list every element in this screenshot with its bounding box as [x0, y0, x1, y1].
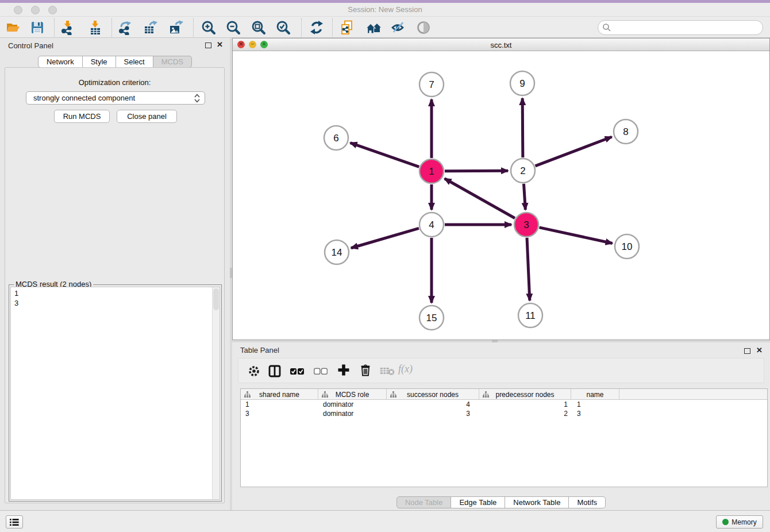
edge-2-to-8[interactable] [536, 137, 612, 166]
result-scrollbar[interactable] [212, 287, 220, 499]
hide-graphics-details-icon[interactable] [390, 20, 405, 35]
table-panel-title: Table Panel [240, 346, 279, 354]
status-bar: Memory [0, 510, 770, 532]
column-header-MCDS-role[interactable]: MCDS role [318, 389, 387, 400]
delete-trash-icon[interactable] [359, 364, 372, 379]
column-header-shared-name[interactable]: shared name [241, 389, 318, 400]
column-header-label: predecessor nodes [495, 391, 554, 399]
network-window-titlebar[interactable]: ✕ − + scc.txt [233, 38, 769, 51]
float-panel-icon[interactable] [205, 43, 211, 48]
zoom-fit-icon[interactable] [251, 20, 266, 35]
control-panel: Control Panel ✕ NetworkStyleSelectMCDS O… [0, 38, 230, 510]
memory-status-icon [722, 519, 729, 525]
hierarchy-icon [390, 391, 396, 399]
export-image-icon[interactable] [168, 20, 183, 35]
table-panel-tabs: Node TableEdge TableNetwork TableMotifs [232, 496, 770, 508]
save-session-icon[interactable] [30, 20, 45, 35]
column-header-predecessor-nodes[interactable]: predecessor nodes [479, 389, 571, 400]
zoom-selected-icon[interactable] [276, 20, 291, 35]
column-header-successor-nodes[interactable]: successor nodes [387, 389, 479, 400]
task-history-button[interactable] [6, 515, 23, 529]
network-canvas[interactable]: 7968124314101511 [233, 51, 769, 340]
import-network-icon[interactable] [60, 20, 75, 35]
result-scrollbar-thumb[interactable] [213, 288, 219, 310]
main-toolbar [0, 17, 770, 38]
graph-node-label-11: 11 [525, 310, 536, 321]
optimization-criterion-select[interactable]: strongly connected component [26, 91, 205, 105]
refresh-icon[interactable] [309, 20, 324, 35]
zoom-out-icon[interactable] [226, 20, 241, 35]
column-header-filler [619, 389, 767, 400]
table-row[interactable]: 3dominator323 [241, 409, 767, 418]
show-eye-icon[interactable] [416, 20, 431, 35]
graph-node-label-3: 3 [523, 219, 529, 230]
open-session-icon[interactable] [6, 20, 21, 35]
node-table-header: shared nameMCDS rolesuccessor nodesprede… [241, 389, 767, 400]
column-header-name[interactable]: name [571, 389, 619, 400]
toolbar-separator [54, 18, 55, 37]
zoom-in-icon[interactable] [201, 20, 216, 35]
mcds-result-line: 1 [14, 288, 18, 298]
deselect-all-checkboxes-icon[interactable] [314, 367, 328, 377]
graph-node-label-1: 1 [429, 166, 434, 177]
table-panel: Table Panel ✕ f(x) [232, 342, 770, 510]
tab-motifs[interactable]: Motifs [569, 496, 606, 508]
edge-3-to-10[interactable] [539, 228, 612, 244]
table-cell: 2 [479, 409, 571, 418]
table-cell: 1 [241, 400, 318, 409]
tab-style[interactable]: Style [83, 56, 116, 68]
tab-network-table[interactable]: Network Table [505, 496, 569, 508]
function-builder-icon[interactable]: f(x) [398, 363, 413, 375]
graph-node-label-8: 8 [623, 126, 628, 137]
table-cell: 3 [387, 409, 479, 418]
edge-3-to-11[interactable] [527, 238, 530, 300]
column-header-label: shared name [259, 391, 299, 399]
select-all-checkboxes-icon[interactable] [290, 367, 304, 377]
tab-network[interactable]: Network [38, 56, 83, 68]
close-panel-button[interactable]: Close panel [117, 110, 177, 123]
edge-4-to-14[interactable] [351, 228, 419, 248]
hierarchy-icon [322, 391, 328, 399]
split-view-icon[interactable] [268, 365, 281, 380]
network-from-file-icon[interactable] [340, 20, 355, 35]
mcds-result-box: MCDS result (2 nodes) 13 [9, 284, 222, 502]
home-icon[interactable] [365, 20, 380, 35]
mcds-result-area[interactable]: 13 [10, 287, 220, 500]
edge-1-to-2[interactable] [445, 171, 508, 171]
edge-2-to-3[interactable] [523, 184, 525, 210]
search-input[interactable] [598, 20, 763, 35]
float-table-panel-icon[interactable] [744, 348, 750, 354]
delete-table-icon[interactable] [380, 367, 395, 378]
tab-node-table[interactable]: Node Table [396, 496, 452, 508]
tab-mcds[interactable]: MCDS [153, 56, 192, 68]
edge-3-to-1[interactable] [445, 179, 515, 218]
export-network-icon[interactable] [118, 20, 133, 35]
close-panel-icon[interactable]: ✕ [217, 40, 223, 49]
table-cell: 3 [571, 409, 619, 418]
graph-node-label-14: 14 [332, 247, 342, 258]
table-cell: 3 [241, 409, 318, 418]
graph-node-label-10: 10 [622, 241, 633, 252]
export-table-icon[interactable] [143, 20, 158, 35]
import-table-icon[interactable] [87, 20, 102, 35]
tab-select[interactable]: Select [116, 56, 153, 68]
column-header-label: MCDS role [336, 391, 369, 399]
edge-2-to-9[interactable] [522, 98, 523, 157]
edge-1-to-6[interactable] [351, 143, 419, 167]
close-table-panel-icon[interactable]: ✕ [756, 346, 763, 354]
hierarchy-icon [483, 391, 489, 399]
settings-gear-icon[interactable] [248, 365, 260, 380]
titlebar: Session: New Session [0, 3, 770, 17]
optimization-criterion-label: Optimization criterion: [5, 78, 224, 87]
window-title: Session: New Session [0, 5, 770, 14]
table-row[interactable]: 1dominator411 [241, 400, 767, 409]
mcds-result-lines: 13 [14, 288, 18, 308]
optimization-criterion-value: strongly connected component [33, 94, 135, 102]
memory-button[interactable]: Memory [716, 515, 763, 529]
run-mcds-button[interactable]: Run MCDS [54, 110, 110, 123]
table-cell: 4 [387, 400, 479, 409]
tab-edge-table[interactable]: Edge Table [451, 496, 505, 508]
memory-label: Memory [732, 518, 756, 526]
list-icon [10, 518, 19, 526]
add-column-icon[interactable] [337, 364, 350, 379]
